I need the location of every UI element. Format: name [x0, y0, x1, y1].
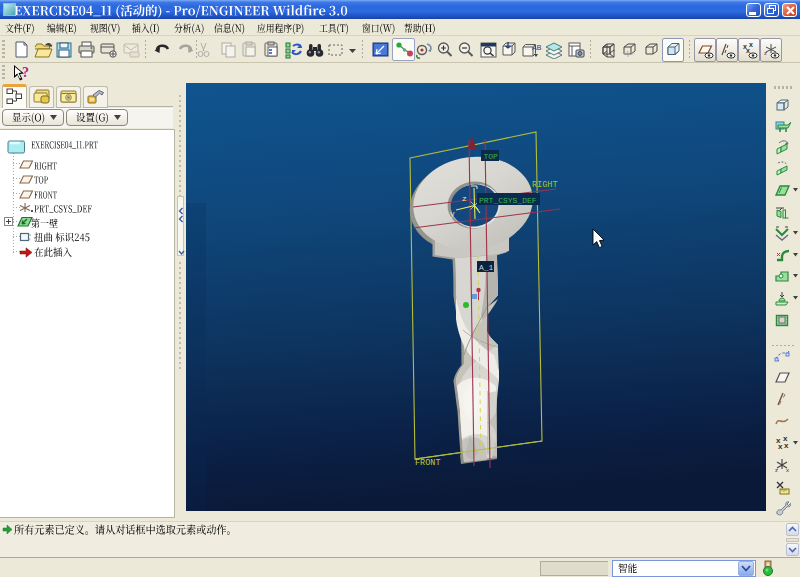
svg-text:FRONT: FRONT	[415, 458, 441, 468]
svg-text:RIGHT: RIGHT	[532, 180, 558, 190]
svg-text:A_1: A_1	[479, 263, 494, 272]
svg-text:AB: AB	[532, 44, 542, 51]
svg-text:z: z	[462, 194, 467, 203]
svg-text:z: z	[775, 467, 778, 473]
svg-text:PRT_CSYS_DEF: PRT_CSYS_DEF	[479, 196, 537, 205]
svg-text:z: z	[764, 50, 767, 56]
svg-text:y: y	[450, 209, 455, 218]
svg-text:x: x	[786, 467, 789, 473]
svg-text:x: x	[746, 47, 750, 54]
svg-text:TOP: TOP	[484, 152, 499, 161]
svg-text:x: x	[784, 441, 789, 450]
svg-text:?: ?	[22, 65, 29, 80]
svg-text:x: x	[778, 442, 783, 451]
